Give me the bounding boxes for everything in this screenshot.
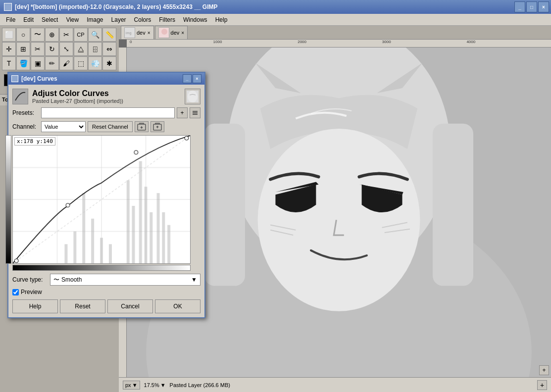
curve-type-label: Curve type:	[12, 276, 48, 283]
tool-scissors[interactable]: ✂	[59, 28, 73, 42]
presets-menu-btn[interactable]	[190, 107, 200, 118]
tool-crop[interactable]: ✂	[31, 42, 45, 56]
tool-paintbrush[interactable]: 🖌	[59, 56, 73, 70]
tool-zoom[interactable]: 🔍	[88, 28, 102, 42]
tool-airbrush[interactable]: 💨	[88, 56, 102, 70]
cancel-button[interactable]: Cancel	[107, 299, 153, 313]
status-bar: px ▼ 17.5% ▼ Pasted Layer (266.6 MB) +	[119, 377, 551, 392]
tab-thumb-2	[158, 27, 169, 38]
tool-measure[interactable]: 📏	[102, 28, 116, 42]
curves-content: Adjust Color Curves Pasted Layer-27 ([bo…	[8, 85, 204, 317]
preview-checkbox[interactable]	[12, 289, 19, 295]
reset-button[interactable]: Reset	[60, 299, 105, 313]
tool-text[interactable]: T	[2, 56, 16, 70]
tool-color-pick[interactable]: CP	[74, 28, 88, 42]
svg-rect-14	[13, 90, 27, 103]
channel-select[interactable]: Value Red Green Blue	[41, 121, 86, 132]
tool-free-select[interactable]: 〜	[31, 28, 45, 42]
menu-layer[interactable]: Layer	[107, 15, 130, 24]
menu-file[interactable]: File	[2, 15, 19, 24]
tab-close-1[interactable]: ×	[148, 30, 150, 36]
curves-header: Adjust Color Curves Pasted Layer-27 ([bo…	[12, 89, 200, 104]
tool-ellipse-select[interactable]: ○	[16, 28, 30, 42]
curves-icon	[12, 89, 28, 104]
tool-rotate[interactable]: ↻	[45, 42, 59, 56]
tool-move[interactable]: ✛	[2, 42, 16, 56]
ok-button[interactable]: OK	[155, 299, 200, 313]
curve-type-value: Smooth	[61, 276, 82, 283]
presets-add-btn[interactable]: +	[177, 107, 188, 118]
curves-graph-canvas[interactable]	[12, 135, 191, 264]
presets-label: Presets:	[12, 109, 39, 116]
unit-dropdown-icon[interactable]: ▼	[132, 382, 138, 388]
reset-channel-button[interactable]: Reset Channel	[88, 121, 133, 132]
ruler-mark-3000: 3000	[382, 40, 391, 44]
unit-value: px	[125, 382, 131, 388]
curve-type-row: Curve type: 〜 Smooth ▼	[12, 274, 200, 286]
image-tab-2[interactable]: dev ×	[155, 26, 188, 39]
curve-type-dropdown-arrow: ▼	[191, 276, 197, 283]
menu-help[interactable]: Help	[211, 15, 232, 24]
menu-colors[interactable]: Colors	[130, 15, 155, 24]
tab-label-1: dev	[137, 30, 146, 36]
tool-flip[interactable]: ⇔	[102, 42, 116, 56]
zoom-dropdown-icon[interactable]: ▼	[160, 382, 166, 388]
unit-selector[interactable]: px ▼	[123, 381, 140, 390]
tool-heal[interactable]: ✱	[102, 56, 116, 70]
menu-view[interactable]: View	[62, 15, 83, 24]
curves-main-title: Adjust Color Curves	[32, 89, 185, 98]
tool-blend[interactable]: ▣	[31, 56, 45, 70]
curve-type-icon: 〜	[53, 276, 59, 284]
ruler-mark-1000: 1000	[213, 40, 222, 44]
menu-edit[interactable]: Edit	[19, 15, 38, 24]
dialog-icon	[11, 75, 18, 82]
expand-icon[interactable]: +	[537, 380, 547, 390]
tools-grid: ⬜ ○ 〜 ⊕ ✂ CP 🔍 📏 ✛ ⊞ ✂ ↻ ⤡ ⧋ ⌹ ⇔ T 🪣 ▣ ✏…	[0, 26, 119, 72]
image-tab-1[interactable]: img dev ×	[121, 26, 154, 39]
dialog-minimize[interactable]: _	[183, 74, 192, 83]
menu-select[interactable]: Select	[38, 15, 62, 24]
window-controls[interactable]: _ □ ×	[514, 1, 549, 12]
tool-shear[interactable]: ⧋	[74, 42, 88, 56]
horizontal-gradient-bar	[12, 265, 191, 271]
tool-perspective[interactable]: ⌹	[88, 42, 102, 56]
preview-label[interactable]: Preview	[21, 289, 42, 295]
tab-thumb-1: img	[124, 27, 135, 38]
svg-point-3	[161, 29, 167, 35]
dialog-close[interactable]: ×	[193, 74, 201, 83]
vertical-gradient-bar	[5, 135, 11, 264]
image-tabs: img dev × dev ×	[119, 26, 551, 40]
close-button[interactable]: ×	[538, 1, 549, 12]
curves-load-btn[interactable]	[135, 121, 149, 132]
curves-title-block: Adjust Color Curves Pasted Layer-27 ([bo…	[32, 89, 185, 104]
title-bar: [dev] *[bottom] (imported)-12.0 (Graysca…	[0, 0, 551, 14]
presets-input[interactable]	[41, 107, 175, 118]
tool-fuzzy-select[interactable]: ⊕	[45, 28, 59, 42]
tool-eraser[interactable]: ⬚	[74, 56, 88, 70]
tab-close-2[interactable]: ×	[181, 30, 184, 36]
tool-align[interactable]: ⊞	[16, 42, 30, 56]
curves-preset-thumbnail[interactable]	[185, 89, 200, 104]
dialog-controls[interactable]: _ ×	[183, 74, 201, 83]
menu-windows[interactable]: Windows	[179, 15, 211, 24]
maximize-button[interactable]: □	[526, 1, 537, 12]
ruler-mark-0: 0	[130, 40, 132, 44]
scroll-corner[interactable]: +	[539, 365, 549, 375]
tool-pencil[interactable]: ✏	[45, 56, 59, 70]
curves-save-btn[interactable]	[150, 121, 164, 132]
minimize-button[interactable]: _	[514, 1, 525, 12]
menu-image[interactable]: Image	[83, 15, 107, 24]
tool-rect-select[interactable]: ⬜	[2, 28, 16, 42]
menu-filters[interactable]: Filters	[155, 15, 179, 24]
channel-label: Channel:	[12, 123, 39, 130]
curves-dialog: [dev] Curves _ × Adjust Color Curves Pas…	[7, 72, 205, 318]
dialog-title: [dev] Curves	[21, 75, 57, 82]
curve-type-dropdown[interactable]: 〜 Smooth ▼	[50, 274, 200, 286]
svg-rect-8	[433, 124, 473, 286]
window-title: [dev] *[bottom] (imported)-12.0 (Graysca…	[15, 3, 218, 10]
help-button[interactable]: Help	[12, 299, 58, 313]
tool-scale[interactable]: ⤡	[59, 42, 73, 56]
curves-dialog-titlebar[interactable]: [dev] Curves _ ×	[8, 73, 204, 85]
zoom-value: 17.5%	[144, 382, 159, 388]
tool-bucket-fill[interactable]: 🪣	[16, 56, 30, 70]
